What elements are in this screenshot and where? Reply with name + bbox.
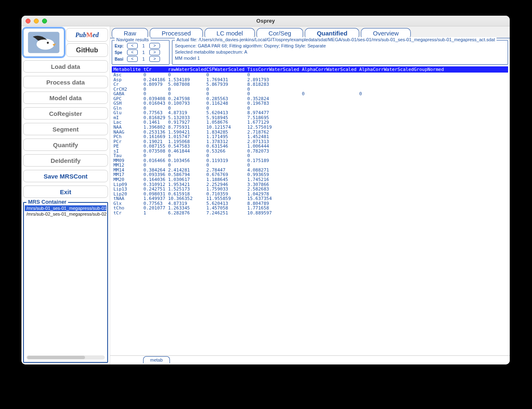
actual-file-legend: Actual file: /Users/chris_davies-jenkins… [175,37,497,42]
tab-lc-model[interactable]: LC model [205,28,255,38]
sidebar-btn-save-mrscont[interactable]: Save MRSCont [23,170,108,182]
info-line: Sequence: GABA PAR 68; Fitting algorithm… [175,43,505,49]
nav-next-button[interactable]: > [149,49,160,55]
close-icon[interactable] [26,19,31,24]
mrs-item[interactable]: /mrs/sub-01_ses-01_megapress/sub-01_me [25,205,106,211]
sidebar: PubMed GitHub Load dataProcess dataModel… [21,26,110,364]
info-line: Selected metabolite subspectrum: A [175,49,505,55]
nav-prev-button[interactable]: < [127,43,138,49]
mrs-container-legend: MRS Container [26,199,68,205]
nav-prev-button[interactable]: < [127,49,138,55]
nav-label: Exp: [115,44,125,48]
main-panel: RawProcessedLC modelCor/SegQuantifiedOve… [110,26,510,364]
nav-label: Basi [115,57,125,61]
actual-file-group: Actual file: /Users/chris_davies-jenkins… [172,40,508,65]
nav-value: 1 [139,56,148,61]
tab-raw[interactable]: Raw [112,28,148,38]
main-tabs: RawProcessedLC modelCor/SegQuantifiedOve… [110,26,510,38]
pubmed-link[interactable]: PubMed [66,28,108,42]
mrs-item[interactable]: /mrs/sub-02_ses-01_megapress/sub-02_me [25,211,106,217]
nav-label: Spe [115,50,125,55]
app-window: Osprey PubMed GitHub Loa [21,16,510,364]
window-controls [26,19,47,24]
nav-value: 1 [139,43,148,48]
navigate-legend: Navigate results [115,37,151,42]
sidebar-btn-segment[interactable]: Segment [23,123,108,135]
sidebar-btn-exit[interactable]: Exit [23,186,108,198]
sidebar-btn-process-data[interactable]: Process data [23,76,108,88]
mrs-container-group: MRS Container /mrs/sub-01_ses-01_megapre… [23,202,108,363]
titlebar: Osprey [21,16,510,26]
sidebar-btn-coregister[interactable]: CoRegister [23,107,108,120]
nav-next-button[interactable]: > [149,43,160,49]
maximize-icon[interactable] [42,19,47,24]
sidebar-btn-deidentify[interactable]: DeIdentify [23,154,108,167]
sidebar-btn-model-data[interactable]: Model data [23,92,108,104]
osprey-logo[interactable] [23,28,64,57]
svg-point-2 [47,42,49,44]
tab-processed[interactable]: Processed [150,28,203,38]
tab-overview[interactable]: Overview [361,28,411,38]
nav-next-button[interactable]: > [149,56,160,62]
tab-cor-seg[interactable]: Cor/Seg [257,28,303,38]
github-link[interactable]: GitHub [66,43,108,57]
bottom-tab-metab[interactable]: metab [143,356,170,363]
window-title: Osprey [21,18,510,24]
tab-quantified[interactable]: Quantified [305,28,359,38]
navigate-results-group: Navigate results Exp:<1>Spe<1>Basi<1> [112,40,169,65]
mrs-scrollbar[interactable] [26,355,105,360]
mrs-list[interactable]: /mrs/sub-01_ses-01_megapress/sub-01_me/m… [25,205,106,354]
sidebar-btn-load-data[interactable]: Load data [23,60,108,73]
quantified-table: Metabolite tCr rawWaterScaledCSFWaterSca… [112,66,508,355]
info-line: MM model 1 [175,55,505,61]
table-header: Metabolite tCr rawWaterScaledCSFWaterSca… [112,66,508,73]
nav-prev-button[interactable]: < [127,56,138,62]
bottom-bar: metab [110,355,510,364]
sidebar-btn-quantify[interactable]: Quantify [23,139,108,151]
table-body: Asc 0 0 0 0 Asp 0.244186 1.534189 1.7694… [112,73,508,215]
minimize-icon[interactable] [34,19,39,24]
nav-value: 1 [139,50,148,55]
